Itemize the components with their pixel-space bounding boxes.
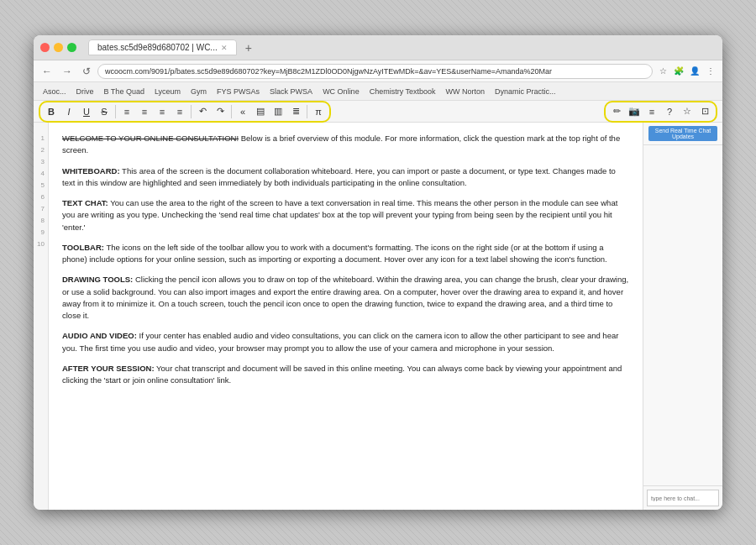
welcome-section: WELCOME TO YOUR ONLINE CONSULTATION! Bel… xyxy=(62,133,629,157)
outdent-button[interactable]: ≡ xyxy=(171,103,188,120)
reload-button[interactable]: ↺ xyxy=(79,64,94,79)
title-bar: bates.sc5d9e89d680702 | WC... ✕ + xyxy=(34,35,722,60)
bookmark-gym[interactable]: Gym xyxy=(186,86,211,97)
chat-input[interactable] xyxy=(647,490,719,506)
active-tab[interactable]: bates.sc5d9e89d680702 | WC... ✕ xyxy=(88,39,237,55)
bold-button[interactable]: B xyxy=(43,103,60,120)
toolbar-label: TOOLBAR: xyxy=(62,243,104,252)
chat-messages xyxy=(643,145,722,485)
line-num-4: 4 xyxy=(34,168,45,180)
app-toolbar: B I U S ≡ ≡ ≡ ≡ ↶ ↷ « ▤ ▥ ≣ π ✏ 📷 ≡ ? xyxy=(34,101,722,123)
separator2 xyxy=(191,105,192,118)
separator xyxy=(115,105,116,118)
menu-icon[interactable]: ⋮ xyxy=(704,65,717,78)
line-num-8: 8 xyxy=(34,215,45,227)
maximize-button[interactable] xyxy=(67,43,76,52)
underline-button[interactable]: U xyxy=(78,103,95,120)
formatting-toolbar-group: B I U S ≡ ≡ ≡ ≡ ↶ ↷ « ▤ ▥ ≣ π xyxy=(39,101,331,123)
bookmark-asoc[interactable]: Asoc... xyxy=(39,86,71,97)
send-realtime-button[interactable]: Send Real Time Chat Updates xyxy=(648,126,717,141)
session-toolbar-group: ✏ 📷 ≡ ? ☆ ⊡ xyxy=(604,101,717,123)
camera-button[interactable]: 📷 xyxy=(626,103,643,120)
forward-button[interactable]: → xyxy=(59,64,76,79)
undo-button[interactable]: ↶ xyxy=(194,103,211,120)
menu-tool-button[interactable]: ≡ xyxy=(643,103,660,120)
extensions-icon[interactable]: 🧩 xyxy=(672,65,685,78)
line-num-2: 2 xyxy=(34,144,45,156)
bookmark-norton[interactable]: WW Norton xyxy=(442,86,490,97)
special-char-button[interactable]: π xyxy=(310,103,327,120)
list-ol-button[interactable]: ≡ xyxy=(136,103,153,120)
separator3 xyxy=(231,105,232,118)
align-left-button[interactable]: « xyxy=(234,103,251,120)
indent-button[interactable]: ≡ xyxy=(154,103,171,120)
main-content: 1 2 3 4 5 6 7 8 9 10 WELCOME TO YOUR ONL… xyxy=(34,123,722,510)
drawing-label: DRAWING TOOLS: xyxy=(62,275,133,284)
drawing-section: DRAWING TOOLS: Clicking the pencil icon … xyxy=(62,274,629,322)
star-button[interactable]: ☆ xyxy=(679,103,696,120)
chat-sidebar: Send Real Time Chat Updates xyxy=(643,123,722,510)
justify-button[interactable]: ≣ xyxy=(287,103,304,120)
minimize-button[interactable] xyxy=(54,43,63,52)
line-num-9: 9 xyxy=(34,227,45,238)
back-button[interactable]: ← xyxy=(39,64,55,79)
audio-text: If your center has enabled audio and vid… xyxy=(62,331,618,352)
align-right-button[interactable]: ▥ xyxy=(270,103,286,120)
bookmark-drive[interactable]: Drive xyxy=(72,86,98,97)
help-button[interactable]: ? xyxy=(661,103,678,120)
bookmark-fys[interactable]: FYS PWSAs xyxy=(213,86,264,97)
whiteboard-section: WHITEBOARD: This area of the screen is t… xyxy=(62,165,629,190)
toolbar-right-group: ✏ 📷 ≡ ? ☆ ⊡ xyxy=(604,101,717,123)
chat-input-area xyxy=(643,485,722,510)
bookmark-slack[interactable]: Slack PWSA xyxy=(265,86,317,97)
line-num-10: 10 xyxy=(34,238,45,250)
separator4 xyxy=(307,105,307,118)
line-numbers: 1 2 3 4 5 6 7 8 9 10 xyxy=(34,123,49,510)
welcome-text: WELCOME TO YOUR ONLINE CONSULTATION! xyxy=(62,134,239,143)
align-center-button[interactable]: ▤ xyxy=(252,103,269,120)
tab-bar: bates.sc5d9e89d680702 | WC... ✕ + xyxy=(88,39,716,56)
textchat-text: You can use the area to the right of the… xyxy=(62,198,617,232)
chat-header: Send Real Time Chat Updates xyxy=(643,123,722,145)
line-num-5: 5 xyxy=(34,180,45,191)
whiteboard-text: This area of the screen is the document … xyxy=(62,166,616,187)
tab-title: bates.sc5d9e89d680702 | WC... xyxy=(97,43,218,52)
bookmark-icon[interactable]: ☆ xyxy=(656,65,669,78)
textchat-section: TEXT CHAT: You can use the area to the r… xyxy=(62,197,629,233)
bookmarks-bar: Asoc... Drive B The Quad Lyceum Gym FYS … xyxy=(34,82,722,101)
close-button[interactable] xyxy=(40,43,50,52)
bookmark-lyceum[interactable]: Lyceum xyxy=(150,86,185,97)
new-tab-button[interactable]: + xyxy=(240,39,257,56)
traffic-lights xyxy=(40,43,76,52)
audio-section: AUDIO AND VIDEO: If your center has enab… xyxy=(62,330,629,354)
document-area[interactable]: WELCOME TO YOUR ONLINE CONSULTATION! Bel… xyxy=(49,123,643,510)
toolbar-text: The icons on the left side of the toolba… xyxy=(62,243,607,264)
italic-button[interactable]: I xyxy=(60,103,77,120)
browser-window: bates.sc5d9e89d680702 | WC... ✕ + ← → ↺ … xyxy=(34,35,722,510)
line-num-1: 1 xyxy=(34,133,45,144)
pencil-tool-button[interactable]: ✏ xyxy=(608,103,625,120)
textchat-label: TEXT CHAT: xyxy=(62,198,108,207)
bookmark-wconline[interactable]: WC Online xyxy=(318,86,364,97)
strikethrough-button[interactable]: S xyxy=(96,103,113,120)
browser-actions: ☆ 🧩 👤 ⋮ xyxy=(656,65,717,78)
tab-close-icon[interactable]: ✕ xyxy=(221,44,228,52)
bookmark-chemistry[interactable]: Chemistry Textbook xyxy=(365,86,440,97)
after-label: AFTER YOUR SESSION: xyxy=(62,364,155,373)
url-input[interactable] xyxy=(97,64,653,79)
bookmark-quad[interactable]: B The Quad xyxy=(100,86,149,97)
audio-label: AUDIO AND VIDEO: xyxy=(62,331,137,340)
line-num-7: 7 xyxy=(34,203,45,215)
list-ul-button[interactable]: ≡ xyxy=(118,103,135,120)
drawing-text: Clicking the pencil icon allows you to d… xyxy=(62,275,628,320)
whiteboard-label: WHITEBOARD: xyxy=(62,166,120,176)
redo-button[interactable]: ↷ xyxy=(212,103,228,120)
line-num-3: 3 xyxy=(34,156,45,168)
bookmark-dynamic[interactable]: Dynamic Practic... xyxy=(491,86,560,97)
profile-icon[interactable]: 👤 xyxy=(688,65,701,78)
grid-button[interactable]: ⊡ xyxy=(696,103,713,120)
toolbar-section: TOOLBAR: The icons on the left side of t… xyxy=(62,242,629,266)
address-bar: ← → ↺ ☆ 🧩 👤 ⋮ xyxy=(34,60,722,82)
line-num-6: 6 xyxy=(34,191,45,203)
after-session-section: AFTER YOUR SESSION: Your chat transcript… xyxy=(62,363,629,387)
